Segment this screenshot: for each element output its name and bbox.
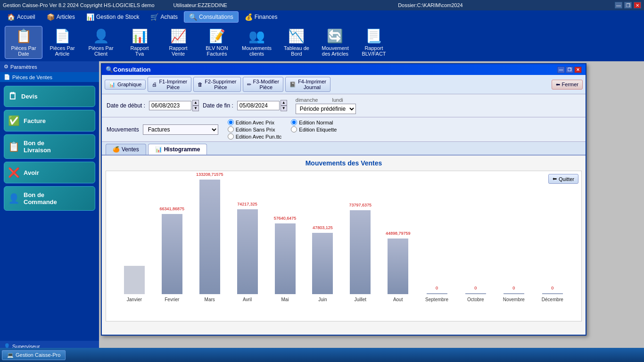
edition-col2: Edition Normal Edition Etiquette — [291, 119, 337, 132]
edition-sans-prix-option[interactable]: Edition Sans Prix — [228, 126, 282, 132]
tab-ventes-label: Ventes — [122, 146, 139, 153]
sidebar-section-parametres[interactable]: ⚙ Paramètres — [0, 61, 99, 72]
taskbar-app-button[interactable]: 💻 Gestion Caisse-Pro — [2, 350, 66, 360]
dialog-title: Consultation — [113, 66, 150, 73]
fermer-button[interactable]: ⬅ Fermer — [552, 80, 583, 90]
date-debut-down[interactable]: ▼ — [192, 106, 199, 111]
sidebar-section-parametres-label: Paramètres — [10, 64, 37, 70]
menu-item-accueil[interactable]: 🏠 Accueil — [2, 11, 41, 23]
facture-icon: ✅ — [8, 115, 20, 126]
edition-avec-pun-radio[interactable] — [228, 133, 234, 140]
chart-bar-group: 0Octobre — [465, 180, 486, 302]
sidebar-btn-avoir[interactable]: ❌ Avoir — [4, 162, 95, 183]
mouvements-select[interactable]: Factures BLV Devis Avoir — [143, 124, 218, 135]
toolbar-pieces-par-client[interactable]: 👤 Pièces ParClient — [82, 26, 120, 59]
date-debut-input[interactable] — [149, 101, 191, 110]
date-fin-spinner[interactable]: ▲ ▼ — [281, 100, 287, 111]
edition-sans-prix-label: Edition Sans Prix — [236, 127, 275, 132]
day-start-label: dimanche — [296, 97, 318, 103]
f2-supprimer-button[interactable]: 🗑 F2-SupprimerPièce — [193, 77, 240, 92]
sidebar-btn-facture[interactable]: ✅ Facture — [4, 110, 95, 132]
date-fin-down[interactable]: ▼ — [281, 106, 287, 111]
toolbar-mouvement-articles[interactable]: 🔄 Mouvementdes Articles — [316, 26, 354, 59]
edition-normal-radio[interactable] — [291, 119, 297, 125]
sidebar-btn-bon-commande[interactable]: 👤 Bon deCommande — [4, 186, 95, 211]
quitter-button[interactable]: ⬅ Quitter — [548, 174, 578, 184]
maximize-button[interactable]: ❐ — [624, 2, 632, 8]
date-debut-up[interactable]: ▲ — [192, 100, 199, 106]
month-label: Novembre — [503, 297, 525, 302]
toolbar-pieces-par-article[interactable]: 📄 Pièces ParArticle — [43, 26, 81, 59]
chart-bar-group: 0Décembre — [542, 180, 563, 302]
f4-icon: 📓 — [289, 82, 296, 88]
rapport-vente-icon: 📈 — [170, 28, 187, 44]
month-label: Juin — [318, 297, 327, 302]
titlebar-controls[interactable]: — ❐ ✕ — [615, 2, 641, 8]
toolbar-rapport-vente[interactable]: 📈 RapportVente — [159, 26, 197, 59]
date-debut-spinner[interactable]: ▲ ▼ — [192, 100, 199, 111]
menu-item-finances[interactable]: 💰 Finances — [239, 11, 283, 23]
graphique-button[interactable]: 📊 Graphique — [105, 80, 146, 90]
f2-icon: 🗑 — [198, 82, 203, 87]
ventes-tab-icon: 🍊 — [113, 146, 120, 153]
toolbar-mouvements-clients[interactable]: 👥 Mouvementsclients — [237, 26, 277, 59]
menubar: 🏠 Accueil 📦 Articles 📊 Gestion de Stock … — [0, 10, 644, 24]
minimize-button[interactable]: — — [615, 2, 622, 8]
close-button[interactable]: ✕ — [634, 2, 641, 8]
pieces-article-icon: 📄 — [54, 28, 71, 44]
toolbar-label-blv: BLV NONFacturés — [206, 45, 228, 57]
toolbar-tableau-bord[interactable]: 📉 Tableau deBord — [278, 26, 315, 59]
menu-item-gestion-stock[interactable]: 📊 Gestion de Stock — [81, 11, 144, 23]
edition-sans-prix-radio[interactable] — [228, 126, 234, 132]
sidebar: ⚙ Paramètres 📄 Pièces de Ventes 🗒 Devis … — [0, 61, 99, 352]
chart-bar: 73797,6375 — [350, 210, 371, 294]
chart-bar: 133208,71575 — [199, 180, 220, 294]
f1-label: F1-ImprimerPièce — [159, 79, 187, 90]
mouvements-row: Mouvements Factures BLV Devis Avoir — [107, 124, 218, 135]
f3-modifier-button[interactable]: ✏ F3-ModifierPièce — [243, 77, 284, 92]
f3-label: F3-ModifierPièce — [253, 79, 280, 90]
edition-etiquette-radio[interactable] — [291, 126, 297, 132]
dialog-minimize-button[interactable]: — — [557, 66, 565, 73]
taskbar: 💻 Gestion Caisse-Pro — [0, 348, 644, 362]
sidebar-btn-devis[interactable]: 🗒 Devis — [4, 86, 95, 107]
sidebar-section-pieces-ventes[interactable]: 📄 Pièces de Ventes — [0, 72, 99, 82]
chart-bar: 0 — [465, 293, 486, 294]
menu-item-articles[interactable]: 📦 Articles — [41, 11, 80, 23]
toolbar-label-tableau-bord: Tableau deBord — [284, 45, 309, 57]
periode-select[interactable]: Période prédéfinie Ce mois Cette année — [296, 104, 356, 114]
month-label: Mai — [281, 297, 289, 302]
toolbar-rapport-blv-fact[interactable]: 📃 RapportBLV/FACT — [355, 26, 393, 59]
toolbar-pieces-par-date[interactable]: 📋 Pièces ParDate — [5, 26, 42, 59]
f2-label: F2-SupprimerPièce — [205, 79, 236, 90]
sidebar-btn-bon-livraison[interactable]: 📋 Bon deLivraison — [4, 134, 95, 159]
bar-value-label: 133208,71575 — [196, 172, 223, 177]
bar-value-label: 66341,86875 — [160, 206, 185, 211]
edition-normal-option[interactable]: Edition Normal — [291, 119, 337, 125]
date-fin-up[interactable]: ▲ — [281, 100, 287, 106]
toolbar-rapport-tva[interactable]: 📊 RapportTva — [121, 26, 158, 59]
tab-histogramme[interactable]: 📊 Histogramme — [148, 144, 207, 155]
blv-icon: 📝 — [209, 28, 225, 44]
chart-bar-group: 0Septembre — [425, 180, 448, 302]
edition-etiquette-label: Edition Etiquette — [299, 127, 337, 132]
date-fin-input[interactable] — [237, 101, 280, 110]
toolbar-blv-non-factures[interactable]: 📝 BLV NONFacturés — [198, 26, 236, 59]
edition-options: Edition Avec Prix Edition Sans Prix Edit… — [228, 119, 337, 140]
month-label: Aout — [393, 297, 403, 302]
edition-avec-prix-radio[interactable] — [228, 119, 234, 125]
tab-ventes[interactable]: 🍊 Ventes — [106, 144, 146, 155]
f4-imprimer-button[interactable]: 📓 F4-ImprimerJournal — [285, 77, 330, 92]
edition-avec-prix-option[interactable]: Edition Avec Prix — [228, 119, 282, 125]
mouvements-clients-icon: 👥 — [248, 28, 265, 44]
edition-avec-pun-option[interactable]: Edition Avec Pun.ttc — [228, 133, 282, 140]
f1-imprimer-button[interactable]: 🖨 F1-ImprimerPièce — [148, 77, 191, 92]
edition-etiquette-option[interactable]: Edition Etiquette — [291, 126, 337, 132]
pieces-date-icon: 📋 — [16, 28, 32, 44]
sidebar-label-bon-commande: Bon deCommande — [24, 191, 57, 206]
toolbar-label-pieces-article: Pièces ParArticle — [50, 45, 74, 57]
dialog-close-button[interactable]: ✕ — [574, 66, 582, 73]
dialog-maximize-button[interactable]: ❐ — [566, 66, 573, 73]
menu-item-achats[interactable]: 🛒 Achats — [145, 11, 183, 23]
menu-item-consultations[interactable]: 🔍 Consultations — [184, 11, 239, 23]
